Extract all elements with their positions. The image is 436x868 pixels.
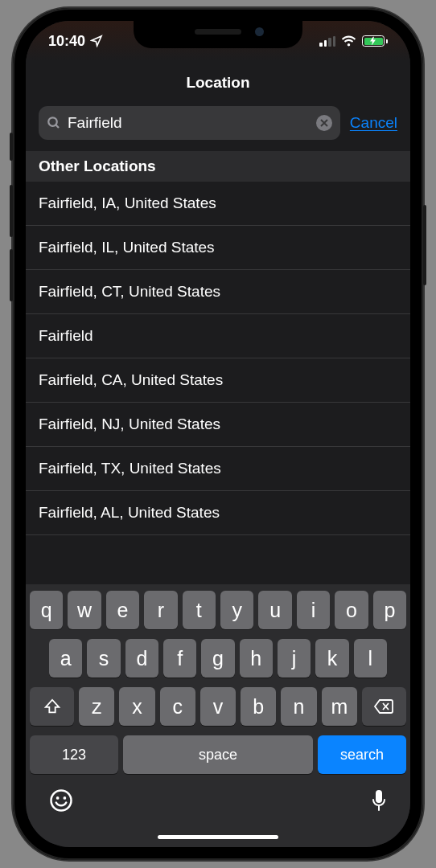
key-l[interactable]: l xyxy=(354,639,387,678)
key-m[interactable]: m xyxy=(322,687,357,726)
cancel-button[interactable]: Cancel xyxy=(350,114,397,132)
section-header: Other Locations xyxy=(26,151,410,182)
numbers-key[interactable]: 123 xyxy=(30,735,118,774)
key-r[interactable]: r xyxy=(144,591,177,629)
screen: 10:40 Loca xyxy=(26,21,410,847)
key-p[interactable]: p xyxy=(373,591,406,629)
space-key[interactable]: space xyxy=(123,735,313,774)
power-button xyxy=(423,205,426,285)
shift-key[interactable] xyxy=(30,687,74,726)
emoji-button[interactable] xyxy=(49,788,73,818)
keyboard-row-4: 123 space search xyxy=(30,735,406,774)
key-o[interactable]: o xyxy=(335,591,368,629)
volume-up-button xyxy=(10,185,13,237)
wifi-icon xyxy=(341,35,356,47)
list-item[interactable]: Fairfield, IL, United States xyxy=(26,226,410,270)
key-s[interactable]: s xyxy=(87,639,120,678)
phone-frame: 10:40 Loca xyxy=(13,8,423,860)
key-e[interactable]: e xyxy=(106,591,139,629)
results-list[interactable]: Fairfield, IA, United States Fairfield, … xyxy=(26,182,410,535)
keyboard-row-1: q w e r t y u i o p xyxy=(30,591,406,629)
key-q[interactable]: q xyxy=(30,591,63,629)
key-t[interactable]: t xyxy=(183,591,216,629)
home-indicator[interactable] xyxy=(158,835,278,839)
device-notch xyxy=(134,21,302,48)
cellular-signal-icon xyxy=(319,36,335,47)
key-y[interactable]: y xyxy=(220,591,253,629)
key-c[interactable]: c xyxy=(160,687,195,726)
volume-down-button xyxy=(10,249,13,301)
search-field[interactable] xyxy=(39,106,340,140)
backspace-icon xyxy=(373,698,394,714)
key-w[interactable]: w xyxy=(68,591,101,629)
key-v[interactable]: v xyxy=(200,687,236,726)
dictation-button[interactable] xyxy=(371,788,387,818)
key-x[interactable]: x xyxy=(119,687,154,726)
status-time: 10:40 xyxy=(48,33,85,50)
keyboard: q w e r t y u i o p a s d f g h j k l xyxy=(26,584,410,847)
key-i[interactable]: i xyxy=(297,591,330,629)
clear-icon[interactable] xyxy=(316,115,332,131)
key-u[interactable]: u xyxy=(258,591,291,629)
list-item[interactable]: Fairfield, CA, United States xyxy=(26,358,410,403)
key-n[interactable]: n xyxy=(281,687,316,726)
key-j[interactable]: j xyxy=(278,639,311,678)
keyboard-row-3: z x c v b n m xyxy=(30,687,406,726)
key-g[interactable]: g xyxy=(201,639,234,678)
list-item[interactable]: Fairfield, NJ, United States xyxy=(26,403,410,447)
svg-point-4 xyxy=(64,796,67,800)
battery-icon xyxy=(362,35,388,47)
search-input[interactable] xyxy=(68,114,310,132)
silent-switch xyxy=(10,133,13,161)
list-item[interactable]: Fairfield, TX, United States xyxy=(26,447,410,491)
keyboard-row-2: a s d f g h j k l xyxy=(30,639,406,678)
key-h[interactable]: h xyxy=(240,639,273,678)
location-arrow-icon xyxy=(90,35,103,47)
key-f[interactable]: f xyxy=(163,639,196,678)
list-item[interactable]: Fairfield, AL, United States xyxy=(26,491,410,535)
list-item[interactable]: Fairfield xyxy=(26,314,410,358)
list-item[interactable]: Fairfield, IA, United States xyxy=(26,182,410,226)
key-a[interactable]: a xyxy=(49,639,82,678)
svg-point-2 xyxy=(51,791,72,811)
backspace-key[interactable] xyxy=(362,687,406,726)
mic-icon xyxy=(371,788,387,813)
emoji-icon xyxy=(49,788,73,813)
list-item[interactable]: Fairfield, CT, United States xyxy=(26,270,410,314)
svg-line-1 xyxy=(56,125,59,128)
search-row: Cancel xyxy=(26,106,410,151)
search-icon xyxy=(47,116,61,130)
search-key[interactable]: search xyxy=(318,735,406,774)
key-b[interactable]: b xyxy=(241,687,276,726)
key-z[interactable]: z xyxy=(79,687,114,726)
status-left: 10:40 xyxy=(48,33,103,50)
status-right xyxy=(319,35,388,47)
shift-icon xyxy=(43,698,61,715)
svg-point-3 xyxy=(56,796,60,800)
page-title: Location xyxy=(26,61,410,106)
keyboard-tools xyxy=(30,782,406,842)
key-d[interactable]: d xyxy=(125,639,158,678)
key-k[interactable]: k xyxy=(315,639,348,678)
svg-point-0 xyxy=(48,117,57,126)
svg-rect-5 xyxy=(376,790,382,803)
